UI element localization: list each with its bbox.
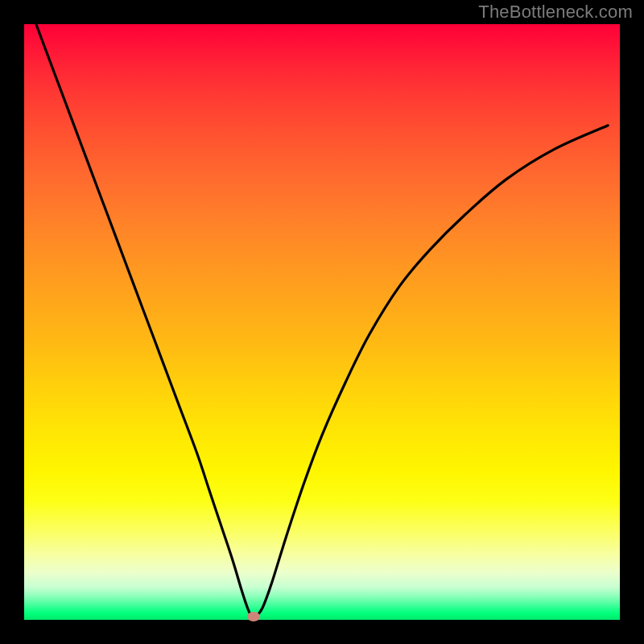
optimal-point-marker [247, 612, 260, 621]
watermark-text: TheBottleneck.com [478, 2, 633, 23]
bottleneck-curve [24, 24, 620, 620]
chart-plot-area [24, 24, 620, 620]
